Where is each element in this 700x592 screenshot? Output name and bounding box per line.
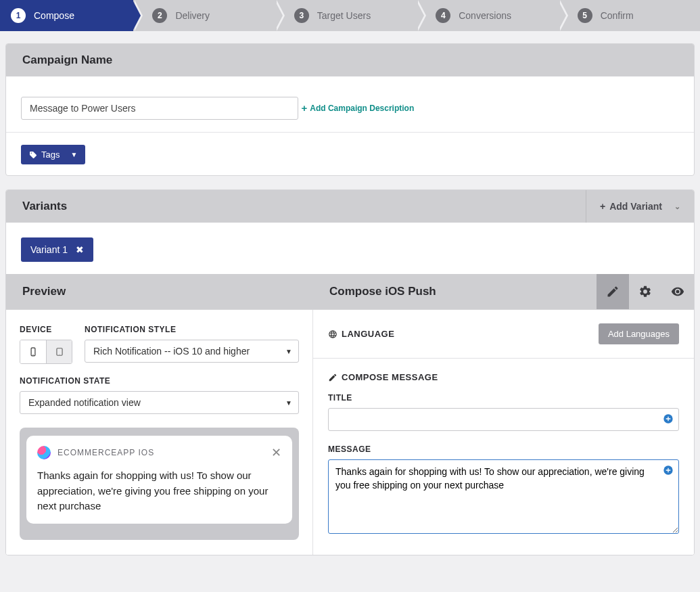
- step-label: Target Users: [317, 10, 371, 21]
- title-insert-button[interactable]: [663, 413, 674, 424]
- chevron-down-icon: ⌄: [674, 202, 680, 211]
- phone-icon: [28, 346, 38, 358]
- device-label: DEVICE: [20, 325, 72, 334]
- step-conversions[interactable]: 4 Conversions: [417, 0, 558, 31]
- step-num: 2: [152, 8, 167, 23]
- step-num: 1: [11, 8, 26, 23]
- panel-title: Campaign Name: [22, 53, 112, 67]
- step-num: 4: [436, 8, 450, 23]
- step-confirm[interactable]: 5 Confirm: [559, 0, 700, 31]
- campaign-name-header: Campaign Name: [6, 44, 694, 76]
- plus-icon: +: [301, 102, 307, 114]
- app-icon: [37, 446, 51, 459]
- device-phone-button[interactable]: [20, 340, 46, 363]
- variants-panel: Variants + Add Variant ⌄ Variant 1 ✖ Pre…: [5, 189, 695, 555]
- tablet-icon: [55, 346, 64, 358]
- notification-style-select[interactable]: Rich Notification -- iOS 10 and higher: [85, 340, 299, 363]
- preview-panel: DEVICE NOTIFICATION STYLE: [6, 310, 313, 555]
- step-num: 5: [578, 8, 592, 23]
- globe-icon: [328, 329, 337, 339]
- stepper: 1 Compose 2 Delivery 3 Target Users 4 Co…: [0, 0, 700, 31]
- notification-style-label: NOTIFICATION STYLE: [85, 325, 299, 334]
- step-compose[interactable]: 1 Compose: [0, 0, 133, 31]
- campaign-name-input[interactable]: [21, 97, 298, 120]
- plus-icon: +: [600, 201, 605, 212]
- tags-label: Tags: [41, 150, 60, 160]
- notification-state-select[interactable]: Expanded notification view: [20, 391, 299, 414]
- notification-state-label: NOTIFICATION STATE: [20, 376, 299, 386]
- tags-button[interactable]: Tags ▼: [21, 145, 85, 164]
- compose-header: Compose iOS Push: [313, 275, 597, 308]
- variant-chip[interactable]: Variant 1 ✖: [21, 237, 93, 262]
- add-variant-label: Add Variant: [609, 201, 662, 212]
- notification-preview: ECOMMERCEAPP IOS ✕ Thanks again for shop…: [20, 428, 299, 540]
- variants-header: Variants: [6, 190, 83, 223]
- device-toggle: [20, 340, 72, 364]
- add-campaign-description-link[interactable]: + Add Campaign Description: [301, 102, 414, 114]
- step-delivery[interactable]: 2 Delivery: [133, 0, 275, 31]
- language-label: LANGUAGE: [328, 329, 394, 339]
- step-label: Confirm: [601, 10, 634, 21]
- notification-close-icon[interactable]: ✕: [271, 445, 281, 460]
- step-label: Delivery: [175, 10, 210, 21]
- add-desc-label: Add Campaign Description: [310, 104, 414, 113]
- compose-message-header: COMPOSE MESSAGE: [328, 372, 679, 382]
- title-label: TITLE: [328, 393, 679, 403]
- add-languages-button[interactable]: Add Languages: [599, 323, 679, 344]
- variant-chip-label: Variant 1: [30, 244, 68, 255]
- message-label: MESSAGE: [328, 445, 679, 454]
- preview-header: Preview: [6, 275, 313, 308]
- step-target-users[interactable]: 3 Target Users: [275, 0, 417, 31]
- preview-tab-icon[interactable]: [661, 274, 694, 309]
- step-label: Compose: [34, 10, 74, 21]
- add-variant-button[interactable]: + Add Variant ⌄: [586, 190, 694, 223]
- campaign-name-panel: Campaign Name + Add Campaign Description…: [5, 43, 695, 176]
- svg-point-1: [32, 355, 33, 355]
- notification-card: ECOMMERCEAPP IOS ✕ Thanks again for shop…: [26, 436, 292, 524]
- message-textarea[interactable]: [328, 459, 679, 534]
- step-label: Conversions: [459, 10, 511, 21]
- message-insert-button[interactable]: [663, 465, 674, 476]
- compose-header-row: Preview Compose iOS Push: [6, 274, 694, 309]
- compose-panel: LANGUAGE Add Languages COMPOSE MESSAGE T…: [313, 310, 694, 555]
- app-name: ECOMMERCEAPP IOS: [57, 448, 271, 457]
- step-num: 3: [294, 8, 309, 23]
- settings-tab-icon[interactable]: [629, 274, 661, 309]
- svg-point-3: [59, 355, 60, 355]
- variant-remove-icon[interactable]: ✖: [76, 244, 84, 255]
- tag-icon: [29, 151, 37, 159]
- edit-icon: [328, 373, 337, 382]
- title-input[interactable]: [328, 408, 679, 431]
- device-tablet-button[interactable]: [46, 340, 72, 363]
- notification-body: Thanks again for shopping with us! To sh…: [37, 468, 281, 514]
- caret-down-icon: ▼: [70, 151, 77, 158]
- edit-tab-icon[interactable]: [597, 274, 629, 309]
